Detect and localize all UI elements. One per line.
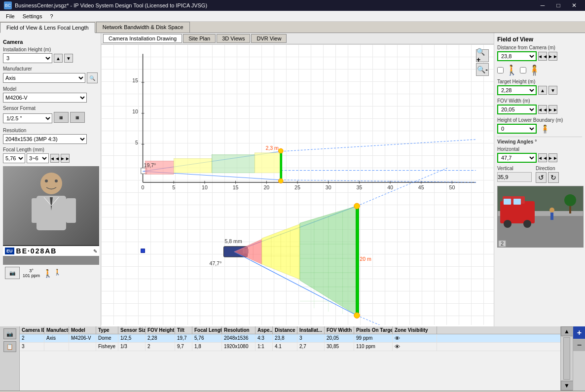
zoom-in-button[interactable]: 🔍+ xyxy=(476,49,489,62)
model-label: Model xyxy=(3,86,98,92)
rotate-left-btn[interactable]: ↺ xyxy=(536,172,547,183)
person-icon-sitting: 🧍 xyxy=(528,64,541,76)
rotate-right-btn[interactable]: ↻ xyxy=(548,172,559,183)
distance-right-btn[interactable]: ►► xyxy=(548,52,557,61)
svg-text:5: 5 xyxy=(172,184,175,190)
fov-width-left-btn[interactable]: ◄◄ xyxy=(538,105,547,114)
td-1-type: Dome xyxy=(96,334,118,342)
vertical-input xyxy=(497,172,532,182)
drawing-tab-dvr[interactable]: DVR View xyxy=(251,34,287,43)
manufacturer-row: Axis 🔍 xyxy=(3,72,98,83)
drawing-tab-site[interactable]: Site Plan xyxy=(183,34,216,43)
svg-text:0: 0 xyxy=(142,184,145,190)
sensor-thumb-1[interactable]: ▦ xyxy=(54,112,69,123)
resolution-select[interactable]: 2048x1536 (3MP 4:3) xyxy=(3,134,87,144)
scene-preview: 2 xyxy=(497,186,584,248)
th-install: Installat... xyxy=(297,326,325,334)
focal-range-select[interactable]: 3~6 xyxy=(27,153,49,163)
target-height-up-btn[interactable]: ▲ xyxy=(538,86,547,95)
window-title: BusinessCenter.jvsgz* - IP Video System … xyxy=(15,2,207,8)
table-row-2[interactable]: 3 Fisheye 1/3 2 9,7 1,8 1920x1080 1:1 4.… xyxy=(20,343,560,351)
manufacturer-select[interactable]: Axis xyxy=(3,73,85,83)
height-down-button[interactable]: ▼ xyxy=(64,54,73,63)
sensor-thumbnails: ▦ ▦ xyxy=(54,112,85,123)
zoom-out-button[interactable]: 🔍- xyxy=(476,63,489,76)
td-1-sensor: 1/2,5 xyxy=(118,334,146,342)
zoom-controls: 🔍+ 🔍- xyxy=(476,49,489,76)
svg-text:5,8 mm: 5,8 mm xyxy=(224,238,242,244)
model-select[interactable]: M4206-V xyxy=(3,93,87,103)
lower-boundary-label: Height of Lower Boundary (m) xyxy=(497,117,582,123)
plate-edit-icon[interactable]: ✎ xyxy=(93,249,97,254)
person-checkbox-2[interactable] xyxy=(520,67,526,73)
fov-width-right-btn[interactable]: ►► xyxy=(548,105,557,114)
tab-fov[interactable]: Field of View & Lens Focal Length xyxy=(0,22,95,33)
svg-point-90 xyxy=(523,220,531,228)
camera-preview-image xyxy=(3,166,99,245)
target-height-select[interactable]: 2,28 xyxy=(497,85,537,95)
close-button[interactable]: ✕ xyxy=(567,0,581,11)
minimize-button[interactable]: ─ xyxy=(536,0,549,11)
focal-right-button[interactable]: ►► xyxy=(61,154,70,163)
menu-help[interactable]: ? xyxy=(46,12,57,20)
td-1-tilt: 19,7 xyxy=(175,334,192,342)
svg-point-4 xyxy=(45,179,48,182)
scrollbar-track[interactable] xyxy=(563,337,570,380)
drawing-tab-camera[interactable]: Camera Installation Drawing xyxy=(103,34,182,43)
camera-icon-small[interactable]: 📷 xyxy=(5,267,20,279)
focal-min-select[interactable]: 5,76 xyxy=(3,153,25,163)
horizontal-right-btn[interactable]: ►► xyxy=(548,153,557,162)
drawing-tab-3d[interactable]: 3D Views xyxy=(217,34,250,43)
svg-rect-50 xyxy=(280,149,282,181)
td-2-sensor: 1/3 xyxy=(118,343,146,351)
add-camera-btn[interactable]: 📷 xyxy=(3,328,16,339)
td-2-zone-vis: 👁 xyxy=(393,343,437,351)
sensor-thumb-2[interactable]: ▦ xyxy=(70,112,85,123)
td-2-tilt: 9,7 xyxy=(175,343,192,351)
horizontal-select[interactable]: 47,7 xyxy=(497,153,537,163)
distance-left-btn[interactable]: ◄◄ xyxy=(538,52,547,61)
td-2-manufacturer xyxy=(44,343,69,351)
zone-vis-icon-2[interactable]: 👁 xyxy=(395,344,400,350)
remove-row-btn[interactable]: − xyxy=(573,339,585,351)
svg-rect-45 xyxy=(174,158,212,173)
person-icon-large: 🚶 xyxy=(43,269,53,278)
menu-settings[interactable]: Settings xyxy=(19,12,46,20)
camera-list-btn[interactable]: 📋 xyxy=(3,341,16,352)
horizontal-row: 47,7 ◄◄ ►► xyxy=(497,153,582,163)
sensor-format-row: 1/2.5 " ▦ ▦ xyxy=(3,112,98,125)
td-1-model: M4206-V xyxy=(69,334,96,342)
distance-select[interactable]: 23,8 xyxy=(497,51,537,61)
add-row-btn[interactable]: + xyxy=(573,326,585,339)
svg-text:50: 50 xyxy=(449,184,455,190)
camera-preview: EU BE·028AB ✎ xyxy=(3,166,99,265)
svg-text:20: 20 xyxy=(263,184,269,190)
resolution-label: Resolution xyxy=(3,128,98,133)
focal-left-button[interactable]: ◄◄ xyxy=(50,154,59,163)
scroll-up-btn[interactable]: ▲ xyxy=(561,326,573,336)
person-checkbox-1[interactable] xyxy=(497,67,504,73)
zone-vis-icon-1[interactable]: 👁 xyxy=(395,335,400,341)
svg-rect-94 xyxy=(550,213,553,220)
maximize-button[interactable]: □ xyxy=(551,0,565,11)
table-area: Camera ID Manufacturer Model Type Sensor… xyxy=(20,326,560,391)
svg-text:30: 30 xyxy=(326,184,331,190)
distance-label: Distance from Camera (m) xyxy=(497,45,582,50)
table-row-1[interactable]: 2 Axis M4206-V Dome 1/2,5 2,28 19,7 5,76… xyxy=(20,334,560,343)
height-up-button[interactable]: ▲ xyxy=(54,54,63,63)
target-height-down-btn[interactable]: ▼ xyxy=(548,86,557,95)
drawing-canvas[interactable]: 15 10 5 0 5 10 15 20 25 30 xyxy=(101,44,494,325)
scroll-down-btn[interactable]: ▼ xyxy=(561,381,573,391)
th-resolution: Resolution xyxy=(222,326,256,334)
sensor-format-select[interactable]: 1/2.5 " xyxy=(3,113,52,123)
installation-height-select[interactable]: 3 xyxy=(3,53,52,63)
horizontal-label: Horizontal xyxy=(497,146,582,152)
horizontal-left-btn[interactable]: ◄◄ xyxy=(538,153,547,162)
tab-network[interactable]: Network Bandwidth & Disk Space xyxy=(96,22,190,33)
drawing-tab-bar: Camera Installation Drawing Site Plan 3D… xyxy=(101,33,494,44)
menu-file[interactable]: File xyxy=(2,12,19,20)
fov-width-select[interactable]: 20,05 xyxy=(497,105,537,114)
lower-boundary-select[interactable]: 0 xyxy=(497,124,537,134)
manufacturer-search-button[interactable]: 🔍 xyxy=(87,72,98,83)
svg-line-58 xyxy=(357,316,447,325)
